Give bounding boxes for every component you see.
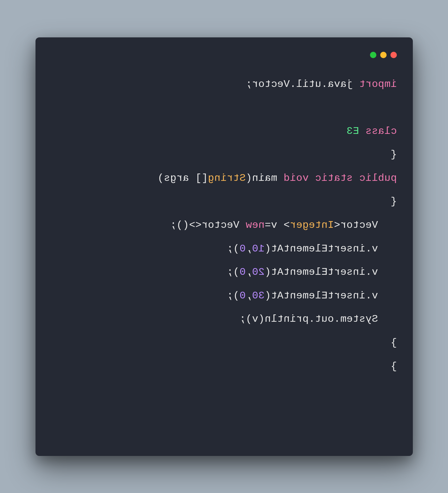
minimize-icon[interactable] [380,52,387,58]
code-text: , [246,266,252,278]
maximize-icon[interactable] [370,52,376,58]
keyword-new: new [246,219,264,231]
number-literal: 0 [239,243,246,255]
code-text: System.out.println(v); [239,313,378,325]
brace-close: } [390,337,397,349]
number-literal: 0 [239,290,246,302]
code-text: v.insertElementAt( [264,266,378,278]
code-text: > v= [264,219,290,231]
type-string: String [208,172,245,184]
code-text: v.insertElementAt( [264,290,378,302]
brace-open: { [390,196,397,207]
brace-close: } [390,360,397,372]
keyword-import: import [359,78,397,90]
keyword-class: class [359,125,397,137]
code-text: , [246,290,252,302]
code-text: java.util.Vector; [246,78,359,90]
code-text: ); [227,290,239,302]
code-text: [] args) [157,172,208,184]
code-text: Vector<>(); [170,219,245,231]
class-name: E3 [346,125,359,137]
code-text: Vector< [334,219,378,231]
code-text: main( [246,172,283,184]
number-literal: 0 [239,266,246,278]
close-icon[interactable] [390,52,397,58]
code-window: import java.util.Vector; class E3 { publ… [35,37,413,456]
brace-open: { [390,149,397,160]
type-integer: Integer [290,219,334,231]
number-literal: 20 [252,266,264,278]
number-literal: 10 [252,243,264,255]
code-text: , [246,243,252,255]
code-block: import java.util.Vector; class E3 { publ… [51,73,397,378]
code-text: ); [227,266,239,278]
method-modifiers: public static void [283,172,397,184]
code-text: ); [227,243,239,255]
number-literal: 30 [252,290,264,302]
traffic-lights [51,52,397,58]
code-text: v.insertElementAt( [264,243,378,255]
